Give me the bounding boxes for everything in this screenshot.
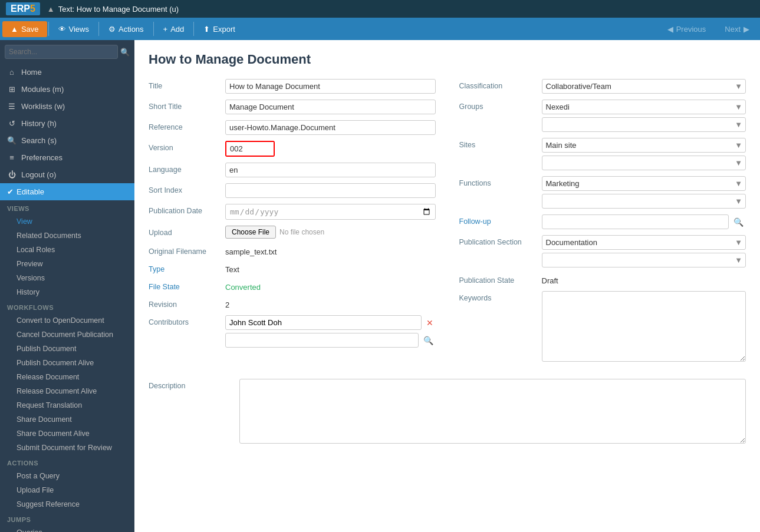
add-icon: +: [163, 25, 168, 34]
language-input[interactable]: [225, 163, 436, 177]
groups-select-wrap-2: Other ▼: [542, 117, 746, 132]
sites-select-2[interactable]: [542, 156, 746, 170]
followup-input[interactable]: [542, 214, 729, 229]
next-arrow-icon: ▶: [743, 25, 749, 34]
sort-index-label: Sort Index: [149, 183, 225, 194]
publication-section-select-1[interactable]: Documentation Other: [542, 235, 746, 250]
search-nav-icon: 🔍: [7, 136, 17, 145]
logout-icon: ⏻: [7, 170, 17, 179]
sidebar-sub-item-history[interactable]: History: [0, 285, 134, 299]
search-icon[interactable]: 🔍: [120, 48, 130, 57]
short-title-input[interactable]: [225, 100, 436, 114]
sites-label: Sites: [459, 138, 542, 149]
sidebar-sub-item-cancel-publication[interactable]: Cancel Document Publication: [0, 328, 134, 342]
description-textarea[interactable]: [239, 379, 746, 444]
sidebar-item-label: Search (s): [21, 136, 57, 145]
publication-section-control: Documentation Other ▼ ▼: [542, 235, 746, 267]
original-filename-value: sample_text.txt: [225, 244, 436, 256]
sites-select-1[interactable]: Main site Other: [542, 138, 746, 153]
next-button[interactable]: Next ▶: [716, 21, 758, 37]
followup-label: Follow-up: [459, 214, 542, 226]
breadcrumb: Text: How to Manage Document (u): [58, 5, 179, 14]
previous-button[interactable]: ◀ Previous: [659, 21, 715, 37]
classification-control: Collaborative/Team Public Private Confid…: [542, 79, 746, 94]
sidebar-sub-item-post-query[interactable]: Post a Query: [0, 469, 134, 483]
description-section: Description: [149, 379, 746, 444]
sidebar-item-logout[interactable]: ⏻ Logout (o): [0, 166, 134, 183]
sidebar-sub-item-submit-review[interactable]: Submit Document for Review: [0, 441, 134, 455]
followup-search-button[interactable]: 🔍: [731, 216, 746, 228]
add-button[interactable]: + Add: [155, 21, 193, 37]
toolbar-sep-4: [193, 22, 194, 36]
remove-contributor-button[interactable]: ✕: [424, 317, 436, 329]
contributor-2-input[interactable]: [225, 333, 419, 348]
sidebar-sub-item-share-document[interactable]: Share Document: [0, 412, 134, 427]
sidebar-sub-item-suggest-reference[interactable]: Suggest Reference: [0, 497, 134, 511]
upload-label: Upload: [149, 226, 225, 237]
sidebar-sub-item-release-document[interactable]: Release Document: [0, 370, 134, 384]
views-button[interactable]: 👁 Views: [50, 21, 97, 37]
functions-select-1[interactable]: Marketing Sales HR: [542, 176, 746, 191]
sidebar-sub-item-publish-document[interactable]: Publish Document: [0, 342, 134, 356]
keywords-textarea[interactable]: [542, 291, 746, 362]
sidebar-item-worklists[interactable]: ☰ Worklists (w): [0, 98, 134, 115]
title-input[interactable]: [225, 79, 436, 94]
groups-label: Groups: [459, 100, 542, 111]
sidebar-item-label: Worklists (w): [21, 102, 65, 111]
sidebar-sub-item-local-roles[interactable]: Local Roles: [0, 243, 134, 257]
sidebar-sub-item-preview[interactable]: Preview: [0, 257, 134, 271]
type-row: Type Text: [149, 262, 436, 274]
actions-button[interactable]: ⚙ Actions: [100, 21, 152, 37]
publication-date-row: Publication Date: [149, 204, 436, 220]
sidebar-sub-item-versions[interactable]: Versions: [0, 271, 134, 285]
sidebar-sub-item-queries[interactable]: Queries: [0, 526, 134, 532]
sidebar-item-home[interactable]: ⌂ Home: [0, 64, 134, 81]
editable-badge: ✔ Editable: [0, 183, 134, 200]
reference-input[interactable]: [225, 120, 436, 135]
sidebar-sub-item-request-translation[interactable]: Request Translation: [0, 398, 134, 412]
sidebar-sub-item-convert[interactable]: Convert to OpenDocument: [0, 313, 134, 328]
search-input[interactable]: [5, 45, 118, 59]
sites-select-wrap-2: ▼: [542, 156, 746, 170]
upload-area: Choose File No file chosen: [225, 226, 436, 239]
sidebar-sub-item-view[interactable]: View: [0, 214, 134, 229]
contributor-1-input[interactable]: [225, 315, 422, 330]
sidebar-item-label: Home: [21, 68, 42, 77]
sidebar-sub-item-release-alive[interactable]: Release Document Alive: [0, 384, 134, 398]
functions-select-2[interactable]: [542, 194, 746, 209]
sidebar-item-modules[interactable]: ⊞ Modules (m): [0, 81, 134, 98]
choose-file-button[interactable]: Choose File: [225, 226, 276, 239]
export-icon: ⬆: [203, 25, 210, 34]
sidebar-item-preferences[interactable]: ≡ Preferences: [0, 149, 134, 166]
publication-state-label: Publication State: [459, 273, 542, 285]
save-button[interactable]: ▲ Save: [2, 21, 47, 37]
keywords-label: Keywords: [459, 291, 542, 302]
sort-index-input[interactable]: [225, 183, 436, 198]
form-layout: Title Short Title Reference Version: [149, 79, 746, 369]
sidebar-sub-item-related-documents[interactable]: Related Documents: [0, 229, 134, 243]
modules-icon: ⊞: [7, 85, 17, 94]
classification-select-wrap: Collaborative/Team Public Private Confid…: [542, 79, 746, 94]
actions-section-label: ACTIONS: [0, 455, 134, 469]
publication-section-select-2[interactable]: [542, 253, 746, 267]
sidebar-sub-item-share-alive[interactable]: Share Document Alive: [0, 427, 134, 441]
publication-date-input[interactable]: [225, 204, 436, 220]
publication-section-row: Publication Section Documentation Other …: [459, 235, 746, 267]
sidebar-sub-item-upload-file[interactable]: Upload File: [0, 483, 134, 497]
export-button[interactable]: ⬆ Export: [195, 21, 244, 37]
version-input[interactable]: [226, 142, 274, 156]
sidebar-sub-item-publish-alive[interactable]: Publish Document Alive: [0, 356, 134, 370]
contributor-row-2: 🔍: [225, 333, 436, 348]
search-contributor-button[interactable]: 🔍: [421, 335, 436, 346]
keywords-row: Keywords: [459, 291, 746, 364]
classification-select[interactable]: Collaborative/Team Public Private Confid…: [542, 79, 746, 94]
functions-select-wrap-2: ▼: [542, 194, 746, 209]
groups-select-2[interactable]: Other: [542, 117, 746, 132]
sidebar-item-search[interactable]: 🔍 Search (s): [0, 132, 134, 149]
functions-select-wrap-1: Marketing Sales HR ▼: [542, 176, 746, 191]
sidebar-item-history[interactable]: ↺ History (h): [0, 115, 134, 132]
classification-row: Classification Collaborative/Team Public…: [459, 79, 746, 94]
history-icon: ↺: [7, 119, 17, 128]
groups-select-1[interactable]: Nexedi Other: [542, 100, 746, 114]
revision-label: Revision: [149, 298, 225, 309]
